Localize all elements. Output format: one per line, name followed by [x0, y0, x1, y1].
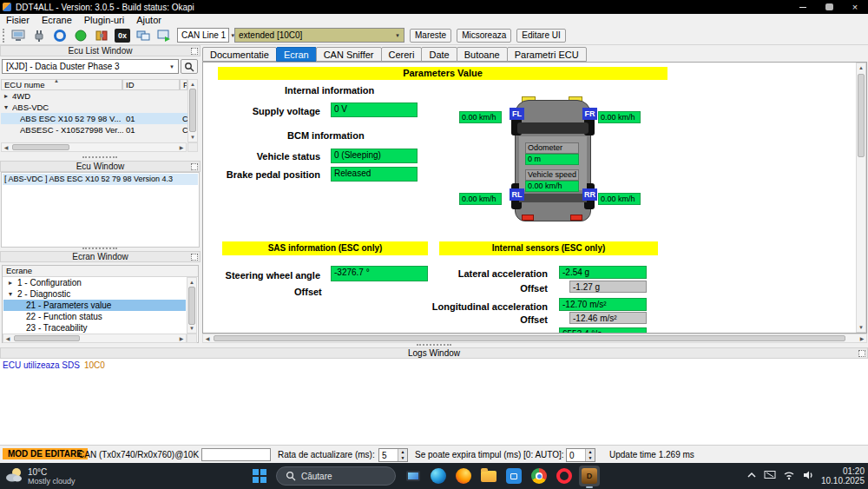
maximize-button[interactable]: [816, 0, 842, 14]
scroll-right-icon[interactable]: ▶: [177, 334, 186, 343]
scroll-left-icon[interactable]: ◀: [2, 143, 10, 152]
chevron-right-icon[interactable]: ▸: [9, 277, 12, 288]
lateral-acceleration-field[interactable]: -2.54 g: [559, 266, 647, 279]
vehicle-status-field[interactable]: 0 (Sleeping): [331, 149, 418, 163]
tab-ecran[interactable]: Ecran: [276, 47, 317, 62]
content-hscrollbar[interactable]: ◀ ▶: [202, 334, 867, 343]
zoom-out-button[interactable]: Micsoreaza: [457, 29, 511, 43]
screens-vscrollbar[interactable]: ▲ ▼: [187, 277, 197, 334]
wiring-icon[interactable]: [94, 28, 109, 43]
selected-ecu-item[interactable]: [ ABS-VDC ] ABS ESC X10 52 79 98 Version…: [3, 174, 198, 185]
ecu-list-vscrollbar[interactable]: ▲ ▼: [187, 79, 198, 142]
scroll-up-icon[interactable]: ▲: [857, 63, 865, 72]
column-header-protocol[interactable]: P: [180, 79, 187, 90]
zoom-in-button[interactable]: Mareste: [410, 29, 451, 43]
opera-icon[interactable]: [554, 466, 575, 486]
lateral-offset-field[interactable]: -1.27 g: [569, 281, 647, 293]
store-icon[interactable]: [503, 466, 524, 486]
wifi-icon[interactable]: [783, 470, 795, 482]
can-line-select[interactable]: CAN Line 1 ▼: [177, 28, 229, 43]
menu-pluginuri[interactable]: Plugin-uri: [78, 14, 130, 26]
splitter-handle[interactable]: [82, 156, 117, 160]
vehicle-select[interactable]: [XJD] - Dacia Duster Phase 3 ▼: [2, 59, 179, 74]
scrollbar-thumb[interactable]: [12, 144, 69, 150]
ecu-tree-row[interactable]: ABSESC - X10527998 Ver... 01 C: [1, 124, 187, 135]
scroll-down-icon[interactable]: ▼: [857, 323, 865, 332]
volume-icon[interactable]: [802, 470, 814, 482]
screen-tree-row-selected[interactable]: 21 - Parameters value: [3, 300, 186, 311]
connect-status-icon[interactable]: [73, 28, 89, 43]
hex-mode-button[interactable]: 0x: [115, 29, 130, 43]
tab-butoane[interactable]: Butoane: [457, 47, 508, 62]
weather-widget[interactable]: 10°C Mostly cloudy: [3, 466, 76, 486]
column-header-ecu-name[interactable]: ECU nume: [1, 79, 122, 90]
firefox-icon[interactable]: [453, 466, 474, 486]
display-off-icon[interactable]: [764, 470, 776, 482]
chrome-icon[interactable]: [529, 466, 549, 486]
status-input[interactable]: [201, 448, 271, 461]
yaw-rate-field[interactable]: 6553.4 °/s: [559, 327, 647, 334]
chevron-right-icon[interactable]: ▸: [4, 90, 8, 102]
hidden-icons-chevron[interactable]: [746, 471, 757, 481]
spin-up-icon[interactable]: ▲: [398, 449, 407, 455]
tab-date[interactable]: Date: [421, 47, 457, 62]
menu-ecrane[interactable]: Ecrane: [36, 14, 78, 26]
supply-voltage-field[interactable]: 0 V: [331, 102, 418, 117]
screens-hscrollbar[interactable]: ◀ ▶: [3, 334, 187, 343]
ecu-search-button[interactable]: [181, 59, 198, 74]
chevron-down-icon[interactable]: ▾: [4, 102, 8, 113]
file-explorer-icon[interactable]: [478, 466, 499, 486]
screen-run-icon[interactable]: [156, 28, 172, 43]
wheel-speed-rl-field[interactable]: 0.00 km/h: [459, 193, 502, 205]
chevron-down-icon[interactable]: ▾: [9, 288, 12, 300]
scroll-down-icon[interactable]: ▼: [188, 133, 197, 142]
scroll-right-icon[interactable]: ▶: [177, 143, 186, 152]
obd-ring-icon[interactable]: [52, 28, 68, 43]
content-vscrollbar[interactable]: ▲ ▼: [856, 63, 866, 333]
undock-icon[interactable]: [191, 254, 198, 261]
spin-up-icon[interactable]: ▲: [585, 449, 595, 455]
taskbar-clock[interactable]: 01:20 10.10.2025: [821, 466, 865, 486]
scroll-right-icon[interactable]: ▶: [858, 334, 866, 343]
undock-icon[interactable]: [191, 48, 198, 55]
screen-tree-row[interactable]: 23 - Traceability: [3, 322, 186, 334]
scroll-left-icon[interactable]: ◀: [3, 334, 12, 343]
scroll-down-icon[interactable]: ▼: [187, 324, 196, 333]
plug-icon[interactable]: [31, 28, 47, 43]
spin-down-icon[interactable]: ▼: [398, 455, 407, 461]
undock-icon[interactable]: [191, 163, 198, 170]
minimize-button[interactable]: [790, 0, 816, 14]
spin-down-icon[interactable]: ▼: [585, 455, 595, 461]
longitudinal-offset-field[interactable]: -12.46 m/s²: [569, 312, 647, 324]
ecu-tree-row-selected[interactable]: ABS ESC X10 52 79 98 V... 01 C: [1, 113, 187, 124]
screen-select[interactable]: extended [10C0] ▼: [234, 28, 404, 43]
edit-ui-button[interactable]: Editare UI: [516, 29, 565, 43]
dual-screen-icon[interactable]: [135, 28, 151, 43]
task-view-icon[interactable]: [403, 466, 424, 486]
vehicle-speed-field[interactable]: 0.00 km/h: [525, 181, 579, 192]
scroll-up-icon[interactable]: ▲: [188, 80, 197, 89]
ecu-tree-row[interactable]: ▸ 4WD: [1, 90, 187, 102]
scrollbar-thumb[interactable]: [189, 89, 196, 132]
menu-ajutor[interactable]: Ajutor: [130, 14, 168, 26]
screens-tree-header[interactable]: Ecrane: [3, 266, 198, 277]
refresh-rate-spinner[interactable]: 5 ▲ ▼: [378, 448, 408, 462]
odometer-field[interactable]: 0 m: [525, 154, 579, 165]
screen-tree-row[interactable]: 22 - Function status: [3, 311, 186, 322]
taskbar-search[interactable]: Căutare: [276, 466, 396, 486]
close-button[interactable]: ×: [842, 0, 868, 14]
timeout-spinner[interactable]: 0 ▲ ▼: [566, 448, 595, 462]
ecu-list-hscrollbar[interactable]: ◀ ▶: [1, 142, 187, 152]
tab-cereri[interactable]: Cereri: [381, 47, 423, 62]
wheel-speed-rr-field[interactable]: 0.00 km/h: [598, 193, 641, 205]
window-titlebar[interactable]: DDT4ALL - Version: 3.0.5 - Build status:…: [0, 0, 868, 14]
toolbar-grip[interactable]: [3, 29, 5, 43]
column-header-id[interactable]: ID: [122, 79, 180, 90]
menu-fisier[interactable]: Fisier: [0, 14, 36, 26]
edge-icon[interactable]: [428, 466, 449, 486]
scrollbar-thumb[interactable]: [858, 74, 865, 157]
scrollbar-thumb[interactable]: [188, 287, 195, 325]
wheel-speed-fr-field[interactable]: 0.00 km/h: [598, 111, 641, 123]
scroll-left-icon[interactable]: ◀: [203, 334, 212, 343]
screen-tree-row[interactable]: ▸ 1 - Configuration: [3, 277, 186, 288]
